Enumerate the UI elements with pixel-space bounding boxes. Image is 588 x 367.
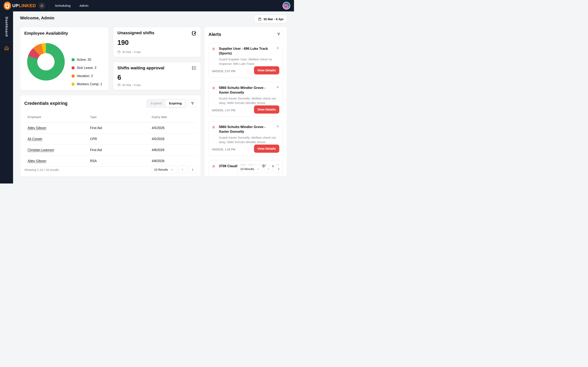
alert-card: Supplier User - 696 Luke Track (Sports) … [208, 43, 283, 77]
expired-expiring-toggle: Expired Expiring [146, 99, 186, 108]
close-button[interactable] [275, 85, 280, 90]
credentials-table: Employee Type Expiry date Abby Gibson Fi… [24, 113, 197, 167]
table-row[interactable]: Ali Corwin CPR 4/5/2026 [24, 133, 197, 145]
chevron-left-icon [181, 168, 184, 171]
nav-divider [49, 0, 49, 11]
sidebar-item-dashboard[interactable]: Dashboard [0, 11, 13, 42]
shifts-waiting-range: 30 Mar - 6 Apr [117, 83, 141, 87]
notebook-edit-icon [191, 30, 197, 36]
credential-expiry: 4/8/2026 [152, 156, 197, 167]
table-row[interactable]: Abby Gibson First Aid 4/5/2026 [24, 123, 197, 133]
double-chevron-up-icon [212, 125, 216, 129]
col-type: Type [90, 113, 152, 123]
close-icon [276, 86, 279, 89]
legend-item: Vacation: 2 [72, 72, 102, 80]
bug-icon [40, 4, 44, 8]
view-details-button[interactable]: View Details [254, 145, 279, 153]
dashboard-page: UPLINKED Scheduling Admin [0, 0, 294, 184]
shifts-waiting-value: 6 [117, 74, 197, 81]
prev-page-button[interactable] [178, 166, 187, 174]
employee-availability-card: Employee Availability Active: 20 Sick Le… [20, 27, 109, 91]
alert-description: Guard Xavier Donnelly; Welfare check not… [219, 135, 277, 145]
alerts-prev-page-button[interactable] [265, 165, 273, 173]
toggle-expired[interactable]: Expired [147, 100, 165, 107]
credentials-footer: Showing 1-10 / 16 results 10 Results [24, 166, 197, 174]
unassigned-shifts-title: Unassigned shifts [117, 30, 154, 35]
close-icon [276, 47, 279, 50]
page-title: Welcome, Admin [20, 16, 54, 20]
alerts-filter-button[interactable] [275, 30, 283, 38]
date-range-label: 30 Mar - 6 Apr [263, 17, 284, 21]
toggle-expiring[interactable]: Expiring [165, 100, 186, 107]
legend-swatch [72, 75, 75, 77]
employee-link[interactable]: Christian Leannon [27, 148, 54, 152]
col-expiry-date: Expiry date [152, 113, 197, 123]
alerts-page-size-select[interactable]: 10 Results [237, 165, 263, 173]
brand-text: UPLINKED [12, 3, 36, 8]
alerts-title: Alerts [208, 32, 221, 37]
alerts-next-page-button[interactable] [275, 165, 283, 173]
table-row[interactable]: Abby Gibson RSA 4/8/2026 [24, 156, 197, 167]
credentials-title: Credentials expiring [24, 101, 68, 106]
close-button[interactable] [275, 124, 280, 129]
credential-type: RSA [90, 156, 152, 167]
legend-swatch [72, 83, 75, 86]
chevron-down-icon [171, 168, 173, 171]
employee-link[interactable]: Abby Gibson [27, 159, 46, 163]
bug-report-button[interactable] [38, 2, 45, 9]
credential-expiry: 4/5/2026 [152, 123, 197, 133]
calendar-icon [117, 50, 121, 54]
top-navbar: UPLINKED Scheduling Admin [0, 0, 294, 11]
table-row[interactable]: Christian Leannon First Aid 4/8/2026 [24, 145, 197, 156]
alerts-list: Supplier User - 696 Luke Track (Sports) … [208, 43, 283, 176]
uplinked-logo-mark [4, 2, 11, 10]
alert-timestamp: 04/03/26, 1:43 PM [212, 148, 235, 151]
employee-link[interactable]: Ali Corwin [27, 137, 42, 141]
availability-legend: Active: 20 Sick Leave: 2 Vacation: 2 Wor… [72, 56, 102, 88]
next-page-button[interactable] [189, 166, 197, 174]
legend-label: Sick Leave: 2 [77, 66, 96, 70]
alert-description: Guard Xavier Donnelly; Welfare check not… [219, 96, 277, 105]
credential-expiry: 4/8/2026 [152, 145, 197, 156]
alert-title: Supplier User - 696 Luke Track (Sports) [219, 46, 274, 56]
date-range-button[interactable]: 30 Mar - 6 Apr [255, 15, 287, 23]
checklist-icon [191, 66, 197, 71]
sidebar-dashboard-label: Dashboard [4, 17, 9, 37]
top-nav-links: Scheduling Admin [55, 4, 89, 8]
avatar[interactable] [283, 2, 290, 9]
calendar-icon [258, 17, 261, 21]
nav-admin[interactable]: Admin [79, 4, 88, 8]
double-chevron-up-icon [212, 47, 216, 50]
legend-swatch [72, 67, 75, 69]
filter-icon [191, 101, 194, 105]
legend-label: Active: 20 [77, 58, 91, 62]
legend-item: Active: 20 [72, 56, 102, 64]
results-summary: Showing 1-10 / 16 results [24, 168, 59, 171]
credential-type: First Aid [90, 145, 152, 156]
uplinked-logo[interactable]: UPLINKED [4, 2, 36, 10]
home-icon [4, 45, 9, 51]
shifts-waiting-title: Shifts waiting approval [117, 66, 164, 70]
chevron-left-icon [267, 167, 270, 171]
view-details-button[interactable]: View Details [254, 66, 279, 75]
availability-body: Active: 20 Sick Leave: 2 Vacation: 2 Wor… [24, 36, 104, 92]
col-employee: Employee [24, 113, 90, 123]
unassigned-shifts-range: 30 Mar - 6 Apr [117, 50, 141, 54]
alert-title: 5860 Schultz-Windler Grove - Xavier Donn… [219, 85, 274, 95]
alerts-pagination: 10 Results [237, 165, 283, 173]
home-button[interactable] [0, 42, 13, 54]
credential-type: CPR [90, 133, 152, 145]
close-button[interactable] [275, 45, 280, 50]
view-details-button[interactable]: View Details [254, 105, 279, 114]
employee-link[interactable]: Abby Gibson [27, 126, 46, 130]
page-size-select[interactable]: 10 Results [151, 166, 177, 174]
close-icon [276, 125, 279, 128]
alerts-panel: Alerts Supplier User - 696 Luke Track (S… [204, 27, 287, 176]
chevron-right-icon [191, 168, 194, 171]
credentials-filter-button[interactable] [189, 99, 197, 108]
availability-donut-chart [25, 41, 67, 83]
unassigned-shifts-value: 190 [117, 39, 197, 47]
nav-scheduling[interactable]: Scheduling [55, 4, 71, 8]
double-chevron-up-icon [212, 164, 216, 168]
legend-item: Sick Leave: 2 [72, 64, 102, 72]
